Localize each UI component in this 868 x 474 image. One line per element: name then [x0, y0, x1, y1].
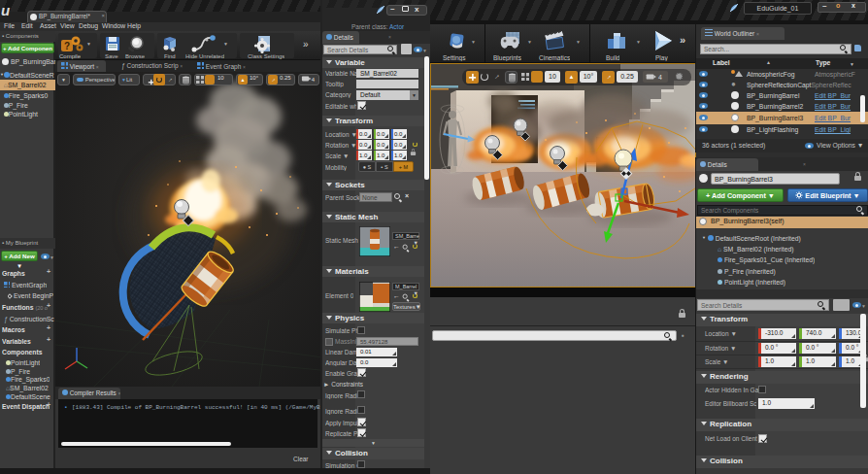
svg-text:?: ? [64, 41, 70, 51]
